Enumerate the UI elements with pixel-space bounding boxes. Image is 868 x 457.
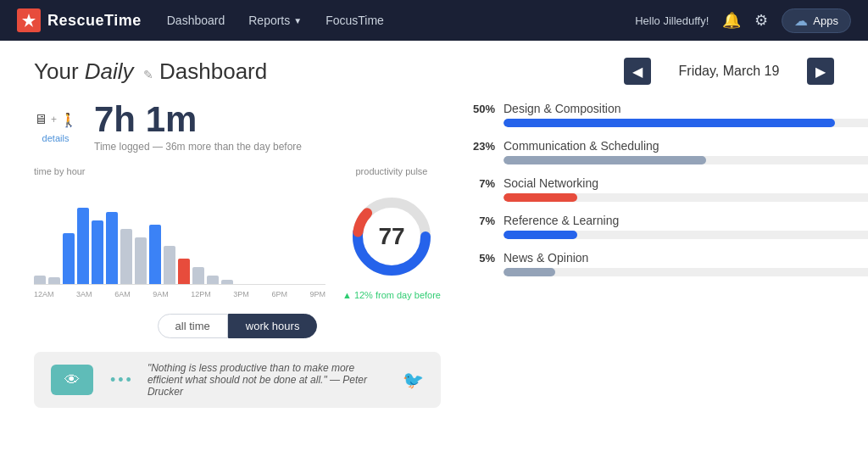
- left-panel: 🖥 + 🚶 details 7h 1m Time logged — 36m mo…: [34, 102, 441, 408]
- navbar-right: Hello Jilleduffy! 🔔 ⚙ ☁ Apps: [635, 8, 851, 33]
- bar-chart: [34, 183, 326, 285]
- details-link[interactable]: details: [42, 133, 70, 143]
- bar-item: [221, 280, 233, 284]
- category-name: Reference & Learning: [504, 214, 619, 227]
- category-name: Social Networking: [504, 176, 598, 190]
- donut-wrap: 77: [345, 190, 438, 283]
- page-title: Your Daily ✎ Dashboard: [34, 59, 267, 85]
- category-bar-fill: [504, 231, 577, 239]
- bell-icon[interactable]: 🔔: [722, 11, 741, 30]
- device-icons: 🖥 + 🚶 details: [34, 112, 77, 143]
- bar-item: [192, 267, 204, 284]
- bar-item: [178, 259, 190, 284]
- time-axis: 12AM3AM6AM9AM12PM3PM6PM9PM: [34, 290, 326, 298]
- reports-dropdown-arrow: ▼: [293, 16, 302, 25]
- navbar: RescueTime Dashboard Reports ▼ FocusTime…: [0, 0, 868, 41]
- bar-item: [207, 276, 219, 284]
- time-axis-label: 9AM: [153, 290, 169, 298]
- monitor-icon: 🖥: [34, 112, 47, 127]
- tools-icon[interactable]: ⚙: [754, 11, 768, 30]
- category-name: Communication & Scheduling: [504, 139, 659, 153]
- time-sub: Time logged — 36m more than the day befo…: [94, 141, 302, 153]
- twitter-icon[interactable]: 🐦: [403, 370, 424, 390]
- category-name: News & Opinion: [504, 251, 588, 265]
- category-bar-track: [504, 231, 868, 239]
- category-header: 23% Communication & Scheduling: [466, 139, 834, 153]
- title-edit-icon[interactable]: ✎: [143, 68, 153, 81]
- time-axis-label: 6AM: [114, 290, 131, 298]
- category-row-reference: 7% Reference & Learning: [466, 214, 834, 239]
- nav-dashboard[interactable]: Dashboard: [167, 14, 225, 27]
- dashboard-body: 🖥 + 🚶 details 7h 1m Time logged — 36m mo…: [34, 102, 834, 408]
- apps-button[interactable]: ☁ Apps: [782, 8, 851, 33]
- pulse-up: ▲ 12% from day before: [342, 290, 441, 300]
- right-panel: 50% Design & Composition 23% Communicati…: [466, 102, 834, 408]
- person-icon: 🚶: [60, 112, 77, 128]
- time-big: 7h 1m: [94, 102, 302, 137]
- bar-item: [135, 237, 147, 284]
- nav-reports[interactable]: Reports ▼: [248, 14, 302, 27]
- eye-icon: 👁: [64, 371, 80, 389]
- time-display: 7h 1m Time logged — 36m more than the da…: [94, 102, 302, 153]
- time-axis-label: 6PM: [271, 290, 287, 298]
- date-nav: ◀ Friday, March 19 ▶: [624, 58, 834, 85]
- category-bar-track: [504, 268, 868, 276]
- main-content: Your Daily ✎ Dashboard ◀ Friday, March 1…: [0, 41, 868, 457]
- quote-icon-bg: 👁: [51, 365, 93, 395]
- date-label: Friday, March 19: [661, 64, 797, 79]
- bar-chart-container: time by hour 12AM3AM6AM9AM12PM3PM6PM9PM: [34, 166, 326, 300]
- quote-bar: 👁 ••• "Nothing is less productive than t…: [34, 352, 441, 408]
- time-axis-label: 9PM: [309, 290, 326, 298]
- bar-item: [48, 277, 60, 284]
- time-axis-label: 3AM: [76, 290, 92, 298]
- donut-center: 77: [378, 223, 404, 250]
- plus-icon: +: [51, 114, 57, 125]
- nav-links: Dashboard Reports ▼ FocusTime: [167, 14, 635, 27]
- category-header: 7% Social Networking: [466, 176, 834, 190]
- dots-icon: •••: [110, 371, 134, 389]
- brand[interactable]: RescueTime: [17, 8, 142, 32]
- time-logged-section: 🖥 + 🚶 details 7h 1m Time logged — 36m mo…: [34, 102, 441, 153]
- category-bar-fill: [504, 156, 706, 164]
- category-header: 5% News & Opinion: [466, 251, 834, 265]
- category-pct: 50%: [466, 103, 495, 115]
- time-axis-label: 12PM: [191, 290, 211, 298]
- category-pct: 23%: [466, 140, 495, 153]
- page-header: Your Daily ✎ Dashboard ◀ Friday, March 1…: [34, 58, 834, 85]
- work-hours-button[interactable]: work hours: [228, 314, 318, 338]
- category-bar-track: [504, 119, 868, 127]
- brand-name: RescueTime: [47, 12, 142, 30]
- bar-item: [120, 229, 132, 284]
- hello-text: Hello Jilleduffy!: [635, 14, 709, 27]
- bar-item: [92, 220, 103, 284]
- cloud-icon: ☁: [794, 13, 808, 29]
- quote-text: "Nothing is less productive than to make…: [147, 362, 389, 398]
- time-by-hour-label: time by hour: [34, 166, 326, 176]
- category-pct: 7%: [466, 177, 495, 190]
- category-bar-track: [504, 156, 868, 164]
- all-time-button[interactable]: all time: [158, 314, 228, 338]
- bar-item: [63, 233, 75, 284]
- category-pct: 7%: [466, 215, 495, 227]
- apps-label: Apps: [813, 14, 838, 27]
- bar-item: [34, 276, 46, 284]
- time-axis-label: 3PM: [233, 290, 249, 298]
- category-row-news: 5% News & Opinion: [466, 251, 834, 276]
- toggle-row: all time work hours: [34, 314, 441, 338]
- category-bar-track: [504, 193, 868, 202]
- bar-item: [149, 225, 161, 284]
- category-header: 50% Design & Composition: [466, 102, 834, 115]
- prev-date-button[interactable]: ◀: [624, 58, 651, 85]
- donut-container: productivity pulse 77 ▲: [342, 166, 441, 300]
- brand-logo: [17, 8, 41, 32]
- category-row-design: 50% Design & Composition: [466, 102, 834, 127]
- charts-row: time by hour 12AM3AM6AM9AM12PM3PM6PM9PM …: [34, 166, 441, 300]
- category-pct: 5%: [466, 252, 495, 265]
- category-bar-fill: [504, 193, 577, 202]
- category-bar-fill: [504, 268, 555, 276]
- time-axis-label: 12AM: [34, 290, 54, 298]
- nav-focustime[interactable]: FocusTime: [326, 14, 384, 27]
- next-date-button[interactable]: ▶: [807, 58, 834, 85]
- up-arrow-icon: ▲: [342, 290, 352, 300]
- category-row-social: 7% Social Networking: [466, 176, 834, 202]
